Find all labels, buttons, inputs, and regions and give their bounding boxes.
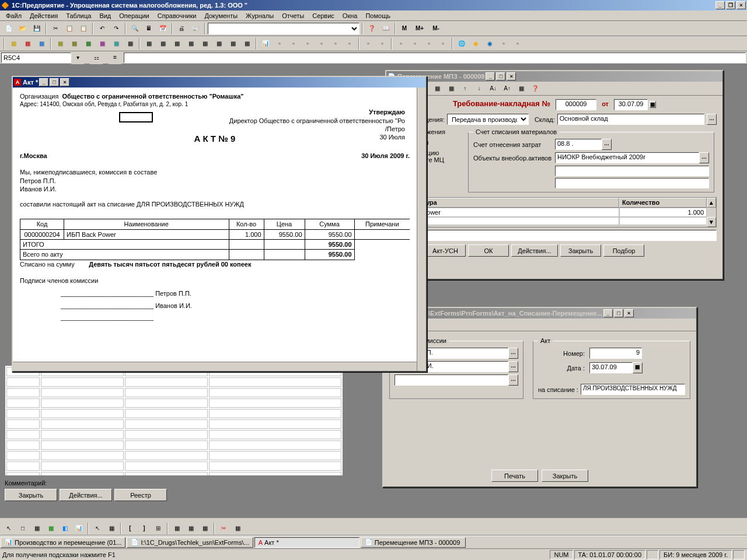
akt-titlebar[interactable]: А Акт * _ □ × (13, 77, 426, 88)
tb2-icon[interactable]: ▫ (329, 37, 342, 50)
undo-icon[interactable]: ↶ (96, 22, 109, 35)
move-window-titlebar[interactable]: 📄 Перемещение МПЗ - 000009 _ □ × (386, 71, 722, 82)
akt-usn-button[interactable]: Акт-УСН (425, 244, 466, 257)
tb2-icon[interactable]: ▦ (110, 37, 123, 50)
tb-chart-icon[interactable]: 📊 (72, 522, 85, 535)
fx-icon[interactable]: ⚏ (90, 51, 103, 64)
tb-icon[interactable]: ▦ (431, 82, 444, 95)
copy-icon[interactable]: 📋 (63, 22, 76, 35)
actions-button[interactable]: Действия... (60, 489, 112, 501)
task-button[interactable]: 📄I:\1C_Drugs\Techlek_usn\ExtForms\... (127, 537, 253, 548)
tb-icon[interactable]: ↖ (2, 522, 15, 535)
minimize-button[interactable]: _ (715, 1, 725, 9)
tb2-icon[interactable]: ▦ (184, 37, 197, 50)
lookup-button[interactable]: … (508, 348, 518, 359)
close-button[interactable]: Закрыть (542, 470, 588, 482)
scroll-up-icon[interactable]: ▴ (707, 198, 716, 208)
tb2-icon[interactable]: ▦ (142, 37, 155, 50)
menu-documents[interactable]: Документы (201, 12, 241, 20)
menu-service[interactable]: Сервис (309, 12, 338, 20)
akt-document-area[interactable]: Организация Общество с ограниченной отве… (13, 88, 417, 371)
tb-icon[interactable]: ▦ (231, 522, 244, 535)
tb2-icon[interactable]: ▦ (226, 37, 239, 50)
lookup-button[interactable]: … (508, 374, 518, 386)
close-button[interactable]: × (736, 1, 746, 9)
tb2-icon[interactable]: ▫ (497, 37, 510, 50)
tb2-icon[interactable]: ▦ (198, 37, 211, 50)
horizontal-scrollbar[interactable] (13, 362, 417, 371)
tb-icon[interactable]: ▦ (515, 82, 528, 95)
close-button[interactable]: Закрыть (560, 244, 601, 257)
tb-icon[interactable]: ▦ (445, 82, 458, 95)
note-field[interactable] (403, 230, 717, 241)
extforms-titlebar[interactable]: s\Techlek_usn\ExtForms\PrnForms\Акт_на_С… (383, 308, 696, 318)
task-button[interactable]: 📊Производство и перемещение (01... (1, 537, 125, 548)
m-minus-button[interactable]: М- (428, 22, 444, 35)
tb2-icon[interactable]: ▦ (21, 37, 34, 50)
menu-directories[interactable]: Справочники (154, 12, 200, 20)
save-icon[interactable]: 💾 (30, 22, 43, 35)
tb2-icon[interactable]: ▫ (287, 37, 300, 50)
tb2-icon[interactable]: ▦ (170, 37, 183, 50)
tb-icon[interactable]: ▦ (198, 522, 211, 535)
maximize-button[interactable]: □ (496, 72, 505, 80)
grid-cell-empty[interactable] (619, 217, 707, 225)
tb2-icon[interactable]: ▦ (156, 37, 169, 50)
menu-table[interactable]: Таблица (62, 12, 95, 20)
m-plus-button[interactable]: М+ (412, 22, 427, 35)
tb-icon[interactable]: □ (16, 522, 29, 535)
maximize-button[interactable]: □ (50, 78, 59, 86)
tb-icon[interactable]: ▦ (30, 522, 43, 535)
empty-field[interactable] (555, 178, 709, 188)
tb-icon[interactable]: ▦ (184, 522, 197, 535)
tb2-icon[interactable]: ▫ (409, 37, 421, 50)
tb2-icon[interactable]: ▦ (35, 37, 48, 50)
menu-reports[interactable]: Отчеты (278, 12, 308, 20)
arrow-down-icon[interactable]: ↓ (473, 82, 486, 95)
menu-file[interactable]: Файл (2, 12, 25, 20)
task-button-active[interactable]: ААкт * (254, 537, 359, 548)
cell-ref-input[interactable] (1, 52, 71, 63)
writeoff-field[interactable]: ЛЯ ПРОИЗВОДСТВЕННЫХ НУЖД (581, 384, 685, 395)
tb2-icon[interactable]: ▫ (376, 37, 389, 50)
date-picker-icon[interactable]: ▦ (650, 101, 656, 108)
ok-button[interactable]: ОК (468, 244, 509, 257)
preview-icon[interactable]: 📰 (189, 22, 202, 35)
tb2-icon[interactable]: ▫ (395, 37, 407, 50)
grid-cell-qty[interactable]: 1.000 (619, 208, 707, 217)
minimize-button[interactable]: _ (39, 78, 48, 86)
vertical-scrollbar[interactable] (417, 88, 426, 371)
close-button[interactable]: × (507, 72, 516, 80)
formula-input[interactable] (124, 52, 746, 63)
tb2-icon[interactable]: ▦ (96, 37, 109, 50)
lookup-button[interactable]: … (602, 139, 612, 150)
print-button[interactable]: Печать (491, 470, 538, 482)
tb2-icon[interactable]: ▫ (362, 37, 375, 50)
sort-asc-icon[interactable]: A↓ (487, 82, 500, 95)
move-type-select[interactable]: Передача в производство (447, 114, 529, 125)
print-icon[interactable]: 🖨 (175, 22, 188, 35)
find-icon[interactable]: 🔍 (128, 22, 141, 35)
tb2-icon[interactable]: ▦ (54, 37, 67, 50)
tb-icon[interactable]: ⊞ (152, 522, 165, 535)
tb-icon[interactable]: ▦ (105, 522, 118, 535)
tb2-icon[interactable]: ▫ (273, 37, 286, 50)
maximize-button[interactable]: □ (614, 309, 623, 317)
registry-button[interactable]: Реестр (114, 489, 167, 501)
paste-icon[interactable]: 📋 (77, 22, 90, 35)
empty-field[interactable] (555, 166, 709, 176)
close-button[interactable]: Закрыть (5, 489, 57, 501)
select-button[interactable]: Подбор (603, 244, 644, 257)
cell-dropdown-icon[interactable]: ▾ (71, 51, 84, 64)
tb2-icon[interactable]: ▫ (315, 37, 328, 50)
tb2-icon[interactable]: ▫ (437, 37, 449, 50)
cut-icon[interactable]: ✂ (49, 22, 62, 35)
bracket-left-icon[interactable]: [ (124, 522, 137, 535)
assets-field[interactable]: НИОКР Внебюджетный 2009г (555, 152, 699, 163)
tb2-globe-icon[interactable]: 🌐 (455, 37, 468, 50)
tb2-icon[interactable]: ▫ (301, 37, 314, 50)
tb2-icon[interactable]: ◉ (469, 37, 482, 50)
open-icon[interactable]: 📂 (16, 22, 29, 35)
menu-operations[interactable]: Операции (116, 12, 152, 20)
tb2-icon[interactable]: ◉ (483, 37, 496, 50)
